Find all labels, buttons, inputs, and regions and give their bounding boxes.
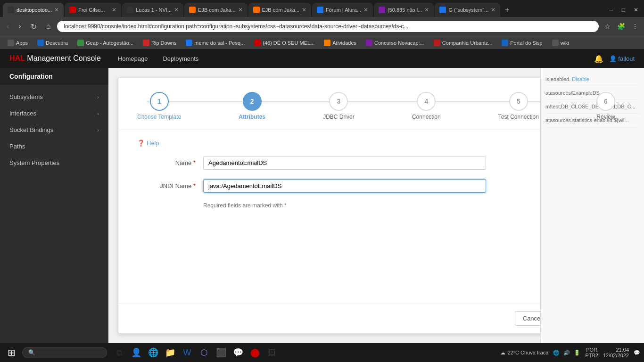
sidebar-item-interfaces[interactable]: Interfaces › [0,105,108,122]
bookmark-geap[interactable]: Geap - Autogestão... [74,39,136,47]
bookmark-label: wiki [561,40,569,46]
tab-3[interactable]: EJB com Jaka... ✕ [184,3,247,17]
notifications-icon[interactable]: 💬 [634,350,640,356]
extensions-icon[interactable]: 🧩 [615,21,627,32]
step-circle-2: 2 [243,92,262,111]
taskbar-app-chrome[interactable]: ⬤ [248,345,263,360]
bookmark-meme[interactable]: meme do sal - Pesq... [183,39,248,47]
tab-close-icon[interactable]: ✕ [302,7,306,13]
step-1-choose-template: 1 Choose Template [137,92,181,120]
weather-icon: ☁ [500,350,505,356]
forward-button[interactable]: › [16,21,24,32]
bookmark-icon [8,40,14,46]
tab-close-icon[interactable]: ✕ [424,7,429,13]
name-label: Name * [137,159,203,166]
jndi-input[interactable] [203,179,486,193]
bookmark-icon [366,40,372,46]
home-button[interactable]: ⌂ [43,21,54,32]
nav-deployments[interactable]: Deployments [155,50,206,67]
taskbar-app-files[interactable]: 📁 [163,345,178,360]
clock[interactable]: 21:04 12/02/2022 [603,347,629,358]
bookmark-icon [143,40,149,46]
bookmark-label: Portal do Sisp [510,40,542,46]
taskbar-app-task-view[interactable]: ⧉ [112,345,127,360]
search-icon: 🔍 [28,349,35,356]
sidebar-item-subsystems[interactable]: Subsystems › [0,89,108,105]
sidebar-item-socket-bindings[interactable]: Socket Bindings › [0,122,108,138]
step-4-connection: 4 Connection [412,92,441,120]
taskbar-app-discord[interactable]: ⬡ [197,345,212,360]
volume-icon[interactable]: 🔊 [563,350,570,356]
notification-bell-icon[interactable]: 🔔 [594,54,603,63]
step-circle-3: 3 [329,92,348,111]
panel-item-connection: m!test;DB_CLOSE_DELAY=-1;DB_C... [545,100,639,114]
nav-homepage[interactable]: Homepage [110,50,156,67]
bookmark-icon[interactable]: ☆ [603,21,612,32]
taskbar-app-terminal[interactable]: ⬛ [214,345,229,360]
tab-4[interactable]: EJB com Jaka... ✕ [248,3,311,17]
sidebar-configuration-header: Configuration [0,68,108,85]
tab-close-icon[interactable]: ✕ [238,7,243,13]
taskbar-app-edge[interactable]: 🌐 [146,345,161,360]
new-tab-button[interactable]: + [501,4,513,16]
step-2-attributes: 2 Attributes [239,92,265,120]
main-layout: Configuration Subsystems › Interfaces › … [0,68,644,343]
taskbar-app-cortana[interactable]: 👤 [129,345,144,360]
address-bar[interactable] [57,21,599,32]
bookmark-label: Companhia Urbaniz... [442,40,492,46]
tab-close-icon[interactable]: ✕ [54,7,59,13]
bookmark-yt[interactable]: (46) DÊ O SEU MEL... [251,39,317,47]
panel-item-ds: atasources/ExampleDS [545,86,639,100]
taskbar-app-whatsapp[interactable]: 💬 [231,345,246,360]
taskbar-app-word[interactable]: W [180,345,195,360]
weather-widget[interactable]: ☁ 22°C Chuva fraca [500,350,548,356]
bookmark-novacap[interactable]: Concurso Novacap:... [363,39,427,47]
bookmark-apps[interactable]: Apps [5,39,31,47]
disable-link[interactable]: Disable [572,76,589,82]
tab-favicon [8,7,14,13]
taskbar-app-photos[interactable]: 🖼 [264,345,280,360]
bookmark-sisp[interactable]: Portal do Sisp [499,39,545,47]
panel-item-enabled: is enabled. Disable [545,73,639,86]
tab-6[interactable]: (50.835 não l... ✕ [374,3,434,17]
tab-favicon [127,7,133,13]
tab-8[interactable]: G ("subsystem"... ✕ [435,3,500,17]
sidebar-item-paths[interactable]: Paths [0,138,108,155]
chevron-right-icon: › [97,94,99,100]
back-button[interactable]: ‹ [4,21,12,32]
tab-2[interactable]: Lucas 1 - NVI... ✕ [122,3,183,17]
name-input[interactable] [203,156,486,170]
jndi-label: JNDI Name * [137,182,203,189]
tab-close-icon[interactable]: ✕ [112,7,116,13]
chevron-right-icon: › [97,127,99,133]
tab-active[interactable]: desktopootoo... ✕ [3,3,64,17]
minimize-button[interactable]: ─ [606,6,616,14]
bookmark-icon [434,40,440,46]
tab-title: G ("subsystem"... [448,7,488,13]
sidebar-item-system-properties[interactable]: System Properties [0,155,108,171]
step-circle-6: 6 [596,92,615,111]
step-label-1: Choose Template [137,114,181,120]
bookmark-atividades[interactable]: Atividades [321,39,359,47]
tab-favicon [439,7,446,13]
bookmark-descubra[interactable]: Descubra [34,39,71,47]
settings-icon[interactable]: ⋮ [630,21,640,32]
language-indicator[interactable]: POR PTB2 [585,347,598,358]
bookmark-rip[interactable]: Rip Downs [140,39,179,47]
bookmark-wiki[interactable]: wiki [549,39,572,47]
tab-5[interactable]: Fórum | Alura... ✕ [312,3,373,17]
step-circle-5: 5 [509,92,528,111]
battery-icon[interactable]: 🔋 [574,350,580,356]
tab-1[interactable]: Frei Gilso... ✕ [65,3,121,17]
tab-close-icon[interactable]: ✕ [174,7,179,13]
tab-close-icon[interactable]: ✕ [363,7,368,13]
maximize-button[interactable]: □ [619,6,628,14]
user-menu[interactable]: 👤 fallout [609,55,635,62]
refresh-button[interactable]: ↻ [28,21,40,33]
network-icon[interactable]: 🌐 [553,350,560,356]
tab-close-icon[interactable]: ✕ [491,7,495,13]
start-button[interactable]: ⊞ [4,345,19,360]
taskbar-search[interactable]: 🔍 [22,347,107,358]
bookmark-companhia[interactable]: Companhia Urbaniz... [431,39,495,47]
close-button[interactable]: ✕ [631,6,641,14]
